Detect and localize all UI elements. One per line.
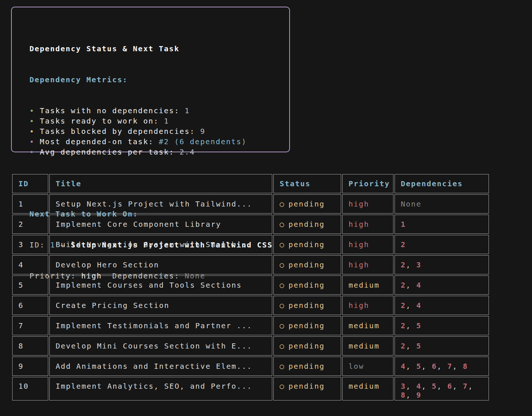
dependency-number: 3 bbox=[416, 260, 421, 269]
status-text: pending bbox=[288, 240, 325, 249]
dependency-separator: , bbox=[452, 362, 463, 371]
dependency-separator: , bbox=[406, 391, 416, 399]
dependency-separator: , bbox=[406, 301, 416, 310]
pending-circle-icon: ○ bbox=[280, 382, 285, 391]
pending-circle-icon: ○ bbox=[280, 220, 285, 229]
status-text: pending bbox=[288, 301, 325, 310]
column-header-status: Status bbox=[273, 174, 341, 193]
cell-id: 6 bbox=[12, 296, 48, 315]
dependency-number: 4 bbox=[416, 382, 421, 391]
cell-priority: high bbox=[342, 194, 393, 214]
cell-priority: low bbox=[342, 357, 393, 376]
table-row: 6Create Pricing Section○pendinghigh2, 4 bbox=[12, 296, 489, 315]
status-text: pending bbox=[288, 200, 325, 208]
cell-priority: medium bbox=[342, 336, 393, 356]
cell-id: 8 bbox=[12, 336, 48, 356]
cell-status: ○pending bbox=[273, 255, 341, 274]
cell-status: ○pending bbox=[273, 194, 341, 214]
status-text: pending bbox=[288, 220, 325, 229]
cell-id: 7 bbox=[12, 316, 48, 335]
dependency-status-panel: Dependency Status & Next Task Dependency… bbox=[11, 7, 290, 152]
dependency-separator: , bbox=[468, 382, 473, 391]
status-text: pending bbox=[288, 362, 325, 371]
dependency-number: 4 bbox=[416, 301, 421, 310]
dependency-number: 2 bbox=[401, 301, 406, 310]
dependency-number: 8 bbox=[401, 391, 406, 399]
dependency-number: 2 bbox=[401, 281, 406, 290]
status-text: pending bbox=[288, 260, 325, 269]
dependency-metrics-list: • Tasks with no dependencies: 1• Tasks r… bbox=[29, 105, 282, 157]
cell-dependencies: 2, 4 bbox=[395, 296, 489, 315]
pending-circle-icon: ○ bbox=[280, 362, 285, 371]
dependency-number: 5 bbox=[416, 362, 421, 371]
metric-value: 1 bbox=[185, 106, 190, 115]
cell-dependencies: 1 bbox=[395, 215, 489, 234]
pending-circle-icon: ○ bbox=[280, 260, 285, 269]
dependency-separator: , bbox=[406, 321, 416, 330]
dependency-number: 7 bbox=[447, 362, 452, 371]
cell-priority: high bbox=[342, 296, 393, 315]
metric-value: 2.4 bbox=[179, 148, 195, 156]
cell-title: Develop Mini Courses Section with E... bbox=[49, 336, 272, 356]
terminal-screen: { "colors": { "background": "#161616", "… bbox=[0, 0, 532, 416]
dependency-separator: , bbox=[406, 362, 416, 371]
bullet-icon: • bbox=[29, 137, 40, 146]
dependency-number: 7 bbox=[463, 382, 468, 391]
cell-status: ○pending bbox=[273, 377, 341, 401]
table-row: 10Implement Analytics, SEO, and Perfo...… bbox=[12, 377, 489, 401]
id-label: ID: bbox=[29, 240, 50, 249]
cell-dependencies: 2, 4 bbox=[395, 275, 489, 295]
panel-title: Dependency Status & Next Task bbox=[29, 44, 282, 54]
dependency-number: 9 bbox=[416, 391, 421, 399]
metric-label: Most depended-on task: bbox=[40, 137, 159, 146]
cell-status: ○pending bbox=[273, 235, 341, 254]
cell-status: ○pending bbox=[273, 336, 341, 356]
dependencies-none: None bbox=[401, 200, 421, 208]
dependency-number: 4 bbox=[401, 362, 406, 371]
pending-circle-icon: ○ bbox=[280, 301, 285, 310]
cell-id: 10 bbox=[12, 377, 48, 401]
dependency-number: 1 bbox=[401, 220, 406, 229]
cell-priority: high bbox=[342, 255, 393, 274]
dependency-number: 5 bbox=[432, 382, 437, 391]
id-value: 1 bbox=[50, 240, 55, 249]
dependency-separator: , bbox=[406, 281, 416, 290]
dependency-separator: , bbox=[437, 362, 447, 371]
cell-status: ○pending bbox=[273, 316, 341, 335]
cell-dependencies: 2 bbox=[395, 235, 489, 254]
metric-label: Tasks blocked by dependencies: bbox=[40, 127, 200, 136]
metric-line: • Avg dependencies per task: 2.4 bbox=[29, 147, 282, 157]
gap bbox=[102, 271, 112, 280]
table-row: 9Add Animations and Interactive Elem...○… bbox=[12, 357, 489, 376]
cell-title: Add Animations and Interactive Elem... bbox=[49, 357, 272, 376]
dependency-number: 4 bbox=[416, 281, 421, 290]
cell-priority: medium bbox=[342, 275, 393, 295]
dependency-separator: , bbox=[421, 362, 432, 371]
metric-label: Tasks ready to work on: bbox=[40, 117, 164, 125]
bullet-icon: • bbox=[29, 148, 40, 156]
table-row: 8Develop Mini Courses Section with E...○… bbox=[12, 336, 489, 356]
cell-title: Build Navigation System with Smooth... bbox=[49, 235, 272, 254]
dependencies-value: None bbox=[185, 271, 205, 280]
metric-line: • Tasks ready to work on: 1 bbox=[29, 116, 282, 126]
dependency-separator: , bbox=[406, 260, 416, 269]
cell-status: ○pending bbox=[273, 215, 341, 234]
cell-dependencies: 3, 4, 5, 6, 7,8, 9 bbox=[395, 377, 489, 401]
cell-priority: medium bbox=[342, 377, 393, 401]
bullet-icon: • bbox=[29, 106, 40, 115]
pending-circle-icon: ○ bbox=[280, 342, 285, 350]
metric-line: • Tasks blocked by dependencies: 9 bbox=[29, 126, 282, 136]
status-text: pending bbox=[288, 342, 325, 350]
bullet-icon: • bbox=[29, 127, 40, 136]
priority-label: Priority: bbox=[29, 271, 81, 280]
dependency-number: 5 bbox=[416, 342, 421, 350]
dependency-number: 2 bbox=[401, 342, 406, 350]
metric-value: 1 bbox=[164, 117, 169, 125]
cell-status: ○pending bbox=[273, 275, 341, 295]
column-header-title: Title bbox=[49, 174, 272, 193]
cell-dependencies: 2, 5 bbox=[395, 316, 489, 335]
cell-status: ○pending bbox=[273, 357, 341, 376]
status-text: pending bbox=[288, 281, 325, 290]
cell-title: Create Pricing Section bbox=[49, 296, 272, 315]
dependency-number: 2 bbox=[401, 321, 406, 330]
